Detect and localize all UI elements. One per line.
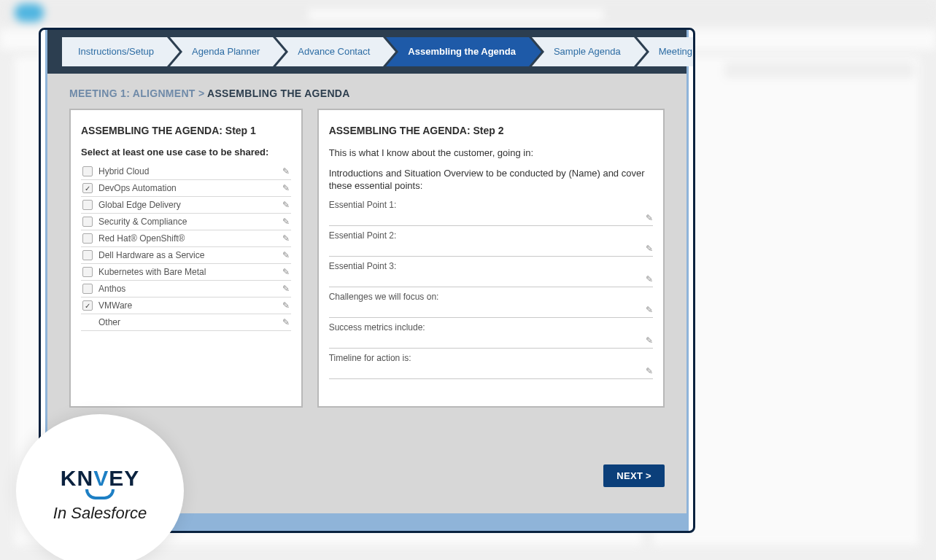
usecase-checkbox[interactable] bbox=[82, 250, 93, 260]
usecase-item: Other✎ bbox=[81, 314, 291, 331]
field-input-line[interactable]: ✎ bbox=[329, 365, 653, 379]
pencil-icon[interactable]: ✎ bbox=[646, 213, 653, 223]
usecase-label: Kubernetes with Bare Metal bbox=[98, 267, 206, 277]
wizard-step-3[interactable]: Assembling the Agenda bbox=[386, 37, 529, 66]
usecase-checkbox[interactable] bbox=[82, 200, 93, 210]
pencil-icon[interactable]: ✎ bbox=[282, 200, 290, 210]
step1-panel: ASSEMBLING THE AGENDA: Step 1 Select at … bbox=[69, 109, 303, 408]
field-label: Essential Point 3: bbox=[329, 261, 653, 271]
pencil-icon[interactable]: ✎ bbox=[282, 267, 290, 277]
wizard-step-1[interactable]: Agenda Planner bbox=[170, 37, 273, 66]
usecase-item: Kubernetes with Bare Metal✎ bbox=[81, 264, 291, 281]
usecase-label: Global Edge Delivery bbox=[98, 200, 181, 210]
knvey-badge: KNVEY In Salesforce bbox=[16, 414, 184, 560]
usecase-item: Anthos✎ bbox=[81, 281, 291, 298]
field-block: Essential Point 2:✎ bbox=[329, 230, 653, 257]
usecase-label: Hybrid Cloud bbox=[98, 166, 149, 176]
wizard-step-4[interactable]: Sample Agenda bbox=[532, 37, 634, 66]
step1-heading: ASSEMBLING THE AGENDA: Step 1 bbox=[81, 125, 291, 136]
usecase-label: Dell Hardware as a Service bbox=[98, 250, 204, 260]
pencil-icon[interactable]: ✎ bbox=[282, 183, 290, 193]
field-block: Essential Point 1:✎ bbox=[329, 200, 653, 226]
pencil-icon[interactable]: ✎ bbox=[646, 274, 653, 284]
step1-instruction: Select at least one use case to be share… bbox=[81, 147, 291, 158]
breadcrumb-prefix: MEETING 1: ALIGNMENT > bbox=[69, 88, 207, 99]
usecase-item: Dell Hardware as a Service✎ bbox=[81, 247, 291, 264]
usecase-checkbox[interactable] bbox=[82, 300, 93, 311]
field-input-line[interactable]: ✎ bbox=[329, 242, 653, 257]
field-input-line[interactable]: ✎ bbox=[329, 303, 653, 318]
pencil-icon[interactable]: ✎ bbox=[282, 284, 290, 294]
step2-heading: ASSEMBLING THE AGENDA: Step 2 bbox=[329, 125, 653, 136]
knvey-subtitle: In Salesforce bbox=[53, 504, 147, 523]
pencil-icon[interactable]: ✎ bbox=[282, 166, 290, 176]
field-block: Success metrics include:✎ bbox=[329, 322, 653, 349]
field-block: Timeline for action is:✎ bbox=[329, 353, 653, 379]
usecase-label: Security & Compliance bbox=[98, 217, 187, 227]
pencil-icon[interactable]: ✎ bbox=[282, 250, 290, 260]
usecase-list: Hybrid Cloud✎DevOps Automation✎Global Ed… bbox=[81, 163, 291, 331]
wizard-step-0[interactable]: Instructions/Setup bbox=[62, 37, 167, 66]
pencil-icon[interactable]: ✎ bbox=[646, 335, 653, 346]
pencil-icon[interactable]: ✎ bbox=[282, 317, 290, 327]
usecase-checkbox[interactable] bbox=[82, 183, 93, 193]
usecase-label: Anthos bbox=[98, 284, 125, 294]
knvey-logo: KNVEY bbox=[61, 466, 139, 491]
field-label: Essential Point 1: bbox=[329, 200, 653, 210]
usecase-item: DevOps Automation✎ bbox=[81, 180, 291, 197]
usecase-label: VMWare bbox=[98, 300, 132, 311]
next-button[interactable]: NEXT > bbox=[603, 464, 665, 487]
step2-line1: This is what I know about the customer, … bbox=[329, 147, 653, 160]
pencil-icon[interactable]: ✎ bbox=[282, 217, 290, 227]
step2-fields: Essential Point 1:✎Essential Point 2:✎Es… bbox=[329, 200, 653, 379]
usecase-label: DevOps Automation bbox=[98, 183, 177, 193]
field-label: Timeline for action is: bbox=[329, 353, 653, 363]
usecase-item: VMWare✎ bbox=[81, 298, 291, 314]
usecase-label: Red Hat® OpenShift® bbox=[98, 233, 185, 244]
field-label: Challenges we will focus on: bbox=[329, 292, 653, 302]
field-input-line[interactable]: ✎ bbox=[329, 273, 653, 287]
wizard-step-2[interactable]: Advance Contact bbox=[276, 37, 383, 66]
pencil-icon[interactable]: ✎ bbox=[646, 244, 653, 254]
pencil-icon[interactable]: ✎ bbox=[282, 300, 290, 311]
usecase-checkbox[interactable] bbox=[82, 166, 93, 176]
usecase-item: Security & Compliance✎ bbox=[81, 214, 291, 230]
usecase-checkbox[interactable] bbox=[82, 267, 93, 277]
wizard-nav: Instructions/SetupAgenda PlannerAdvance … bbox=[47, 30, 686, 74]
usecase-label: Other bbox=[98, 317, 120, 327]
pencil-icon[interactable]: ✎ bbox=[646, 366, 653, 376]
pencil-icon[interactable]: ✎ bbox=[282, 233, 290, 244]
usecase-checkbox[interactable] bbox=[82, 233, 93, 244]
field-input-line[interactable]: ✎ bbox=[329, 334, 653, 349]
usecase-item: Red Hat® OpenShift®✎ bbox=[81, 230, 291, 247]
field-label: Essential Point 2: bbox=[329, 230, 653, 241]
breadcrumb-current: ASSEMBLING THE AGENDA bbox=[207, 88, 350, 99]
usecase-checkbox[interactable] bbox=[82, 284, 93, 294]
step2-line2: Introductions and Situation Overview to … bbox=[329, 167, 653, 192]
field-block: Challenges we will focus on:✎ bbox=[329, 292, 653, 318]
knvey-smile-icon bbox=[85, 489, 115, 499]
step2-panel: ASSEMBLING THE AGENDA: Step 2 This is wh… bbox=[317, 109, 665, 408]
field-label: Success metrics include: bbox=[329, 322, 653, 332]
field-block: Essential Point 3:✎ bbox=[329, 261, 653, 287]
usecase-item: Hybrid Cloud✎ bbox=[81, 163, 291, 180]
usecase-checkbox[interactable] bbox=[82, 217, 93, 227]
pencil-icon[interactable]: ✎ bbox=[646, 305, 653, 315]
field-input-line[interactable]: ✎ bbox=[329, 211, 653, 226]
usecase-item: Global Edge Delivery✎ bbox=[81, 197, 291, 214]
